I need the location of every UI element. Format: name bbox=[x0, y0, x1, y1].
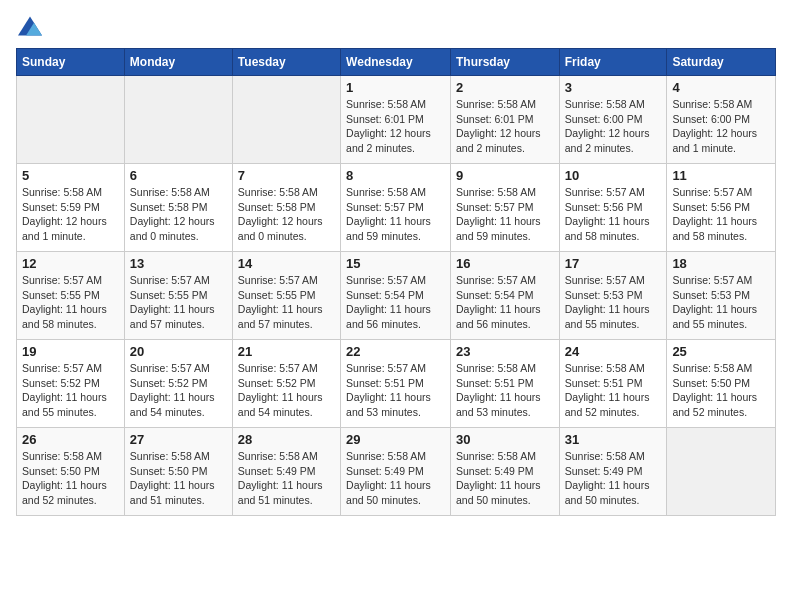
weekday-header-wednesday: Wednesday bbox=[341, 49, 451, 76]
calendar-cell: 25Sunrise: 5:58 AM Sunset: 5:50 PM Dayli… bbox=[667, 340, 776, 428]
day-info: Sunrise: 5:58 AM Sunset: 5:57 PM Dayligh… bbox=[346, 185, 445, 244]
day-number: 27 bbox=[130, 432, 227, 447]
day-number: 21 bbox=[238, 344, 335, 359]
day-info: Sunrise: 5:58 AM Sunset: 5:50 PM Dayligh… bbox=[22, 449, 119, 508]
day-info: Sunrise: 5:57 AM Sunset: 5:53 PM Dayligh… bbox=[672, 273, 770, 332]
day-info: Sunrise: 5:58 AM Sunset: 5:49 PM Dayligh… bbox=[565, 449, 662, 508]
calendar-cell: 28Sunrise: 5:58 AM Sunset: 5:49 PM Dayli… bbox=[232, 428, 340, 516]
calendar-cell: 22Sunrise: 5:57 AM Sunset: 5:51 PM Dayli… bbox=[341, 340, 451, 428]
logo bbox=[16, 16, 44, 36]
day-number: 15 bbox=[346, 256, 445, 271]
day-info: Sunrise: 5:57 AM Sunset: 5:54 PM Dayligh… bbox=[456, 273, 554, 332]
calendar-cell: 13Sunrise: 5:57 AM Sunset: 5:55 PM Dayli… bbox=[124, 252, 232, 340]
day-number: 13 bbox=[130, 256, 227, 271]
calendar-cell bbox=[232, 76, 340, 164]
day-number: 16 bbox=[456, 256, 554, 271]
calendar-cell: 12Sunrise: 5:57 AM Sunset: 5:55 PM Dayli… bbox=[17, 252, 125, 340]
day-number: 11 bbox=[672, 168, 770, 183]
day-number: 17 bbox=[565, 256, 662, 271]
day-number: 4 bbox=[672, 80, 770, 95]
day-number: 1 bbox=[346, 80, 445, 95]
weekday-header-sunday: Sunday bbox=[17, 49, 125, 76]
calendar-cell: 9Sunrise: 5:58 AM Sunset: 5:57 PM Daylig… bbox=[450, 164, 559, 252]
day-info: Sunrise: 5:57 AM Sunset: 5:56 PM Dayligh… bbox=[672, 185, 770, 244]
calendar-cell: 17Sunrise: 5:57 AM Sunset: 5:53 PM Dayli… bbox=[559, 252, 667, 340]
day-info: Sunrise: 5:57 AM Sunset: 5:55 PM Dayligh… bbox=[130, 273, 227, 332]
calendar-cell: 4Sunrise: 5:58 AM Sunset: 6:00 PM Daylig… bbox=[667, 76, 776, 164]
day-info: Sunrise: 5:58 AM Sunset: 5:50 PM Dayligh… bbox=[672, 361, 770, 420]
day-info: Sunrise: 5:57 AM Sunset: 5:52 PM Dayligh… bbox=[22, 361, 119, 420]
day-info: Sunrise: 5:57 AM Sunset: 5:55 PM Dayligh… bbox=[22, 273, 119, 332]
calendar-cell: 26Sunrise: 5:58 AM Sunset: 5:50 PM Dayli… bbox=[17, 428, 125, 516]
calendar-cell: 18Sunrise: 5:57 AM Sunset: 5:53 PM Dayli… bbox=[667, 252, 776, 340]
calendar-cell: 23Sunrise: 5:58 AM Sunset: 5:51 PM Dayli… bbox=[450, 340, 559, 428]
day-info: Sunrise: 5:58 AM Sunset: 5:49 PM Dayligh… bbox=[238, 449, 335, 508]
calendar-cell: 7Sunrise: 5:58 AM Sunset: 5:58 PM Daylig… bbox=[232, 164, 340, 252]
day-info: Sunrise: 5:58 AM Sunset: 6:00 PM Dayligh… bbox=[672, 97, 770, 156]
weekday-header-friday: Friday bbox=[559, 49, 667, 76]
day-info: Sunrise: 5:57 AM Sunset: 5:51 PM Dayligh… bbox=[346, 361, 445, 420]
weekday-header-saturday: Saturday bbox=[667, 49, 776, 76]
calendar-cell: 30Sunrise: 5:58 AM Sunset: 5:49 PM Dayli… bbox=[450, 428, 559, 516]
calendar-table: SundayMondayTuesdayWednesdayThursdayFrid… bbox=[16, 48, 776, 516]
day-info: Sunrise: 5:58 AM Sunset: 6:01 PM Dayligh… bbox=[456, 97, 554, 156]
day-number: 8 bbox=[346, 168, 445, 183]
calendar-cell: 5Sunrise: 5:58 AM Sunset: 5:59 PM Daylig… bbox=[17, 164, 125, 252]
day-number: 31 bbox=[565, 432, 662, 447]
day-info: Sunrise: 5:58 AM Sunset: 5:58 PM Dayligh… bbox=[130, 185, 227, 244]
weekday-header-monday: Monday bbox=[124, 49, 232, 76]
day-number: 10 bbox=[565, 168, 662, 183]
calendar-header: SundayMondayTuesdayWednesdayThursdayFrid… bbox=[17, 49, 776, 76]
calendar-cell: 24Sunrise: 5:58 AM Sunset: 5:51 PM Dayli… bbox=[559, 340, 667, 428]
calendar-cell: 1Sunrise: 5:58 AM Sunset: 6:01 PM Daylig… bbox=[341, 76, 451, 164]
day-number: 19 bbox=[22, 344, 119, 359]
day-number: 22 bbox=[346, 344, 445, 359]
calendar-cell bbox=[667, 428, 776, 516]
day-number: 2 bbox=[456, 80, 554, 95]
day-number: 6 bbox=[130, 168, 227, 183]
day-info: Sunrise: 5:58 AM Sunset: 5:49 PM Dayligh… bbox=[456, 449, 554, 508]
day-info: Sunrise: 5:58 AM Sunset: 5:49 PM Dayligh… bbox=[346, 449, 445, 508]
calendar-cell: 27Sunrise: 5:58 AM Sunset: 5:50 PM Dayli… bbox=[124, 428, 232, 516]
day-info: Sunrise: 5:58 AM Sunset: 6:01 PM Dayligh… bbox=[346, 97, 445, 156]
day-number: 9 bbox=[456, 168, 554, 183]
calendar-cell: 20Sunrise: 5:57 AM Sunset: 5:52 PM Dayli… bbox=[124, 340, 232, 428]
calendar-cell: 29Sunrise: 5:58 AM Sunset: 5:49 PM Dayli… bbox=[341, 428, 451, 516]
day-info: Sunrise: 5:57 AM Sunset: 5:53 PM Dayligh… bbox=[565, 273, 662, 332]
calendar-cell: 19Sunrise: 5:57 AM Sunset: 5:52 PM Dayli… bbox=[17, 340, 125, 428]
calendar-cell: 3Sunrise: 5:58 AM Sunset: 6:00 PM Daylig… bbox=[559, 76, 667, 164]
day-number: 18 bbox=[672, 256, 770, 271]
day-info: Sunrise: 5:57 AM Sunset: 5:55 PM Dayligh… bbox=[238, 273, 335, 332]
day-number: 5 bbox=[22, 168, 119, 183]
day-info: Sunrise: 5:58 AM Sunset: 5:51 PM Dayligh… bbox=[565, 361, 662, 420]
day-info: Sunrise: 5:57 AM Sunset: 5:52 PM Dayligh… bbox=[238, 361, 335, 420]
calendar-cell: 21Sunrise: 5:57 AM Sunset: 5:52 PM Dayli… bbox=[232, 340, 340, 428]
day-number: 29 bbox=[346, 432, 445, 447]
day-info: Sunrise: 5:58 AM Sunset: 5:50 PM Dayligh… bbox=[130, 449, 227, 508]
page-header bbox=[16, 16, 776, 36]
calendar-cell: 11Sunrise: 5:57 AM Sunset: 5:56 PM Dayli… bbox=[667, 164, 776, 252]
day-info: Sunrise: 5:58 AM Sunset: 5:58 PM Dayligh… bbox=[238, 185, 335, 244]
day-info: Sunrise: 5:57 AM Sunset: 5:56 PM Dayligh… bbox=[565, 185, 662, 244]
calendar-cell: 8Sunrise: 5:58 AM Sunset: 5:57 PM Daylig… bbox=[341, 164, 451, 252]
day-info: Sunrise: 5:58 AM Sunset: 5:51 PM Dayligh… bbox=[456, 361, 554, 420]
day-number: 20 bbox=[130, 344, 227, 359]
calendar-cell: 6Sunrise: 5:58 AM Sunset: 5:58 PM Daylig… bbox=[124, 164, 232, 252]
calendar-cell bbox=[17, 76, 125, 164]
day-number: 25 bbox=[672, 344, 770, 359]
calendar-cell: 16Sunrise: 5:57 AM Sunset: 5:54 PM Dayli… bbox=[450, 252, 559, 340]
day-number: 7 bbox=[238, 168, 335, 183]
day-number: 24 bbox=[565, 344, 662, 359]
day-number: 28 bbox=[238, 432, 335, 447]
day-info: Sunrise: 5:57 AM Sunset: 5:52 PM Dayligh… bbox=[130, 361, 227, 420]
calendar-cell bbox=[124, 76, 232, 164]
day-number: 12 bbox=[22, 256, 119, 271]
day-info: Sunrise: 5:58 AM Sunset: 6:00 PM Dayligh… bbox=[565, 97, 662, 156]
day-number: 23 bbox=[456, 344, 554, 359]
day-info: Sunrise: 5:58 AM Sunset: 5:57 PM Dayligh… bbox=[456, 185, 554, 244]
calendar-cell: 2Sunrise: 5:58 AM Sunset: 6:01 PM Daylig… bbox=[450, 76, 559, 164]
calendar-cell: 31Sunrise: 5:58 AM Sunset: 5:49 PM Dayli… bbox=[559, 428, 667, 516]
calendar-cell: 10Sunrise: 5:57 AM Sunset: 5:56 PM Dayli… bbox=[559, 164, 667, 252]
calendar-cell: 14Sunrise: 5:57 AM Sunset: 5:55 PM Dayli… bbox=[232, 252, 340, 340]
day-number: 14 bbox=[238, 256, 335, 271]
